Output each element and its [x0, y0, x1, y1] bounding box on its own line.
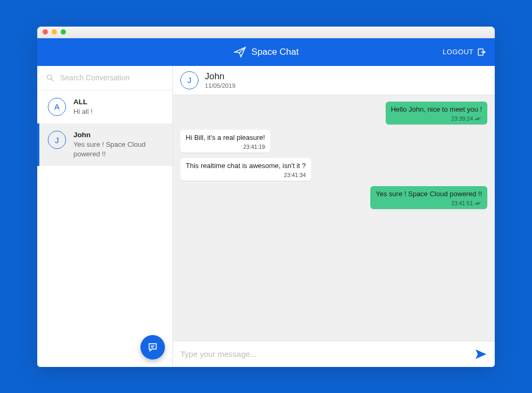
window-close-button[interactable] [43, 29, 48, 35]
message-sent: Hello John, nice to meet you ! 23:39:24 [386, 102, 487, 124]
message-time: 23:39:24 [451, 115, 473, 122]
window-minimize-button[interactable] [52, 29, 57, 35]
send-icon [475, 348, 487, 361]
avatar: J [48, 131, 66, 149]
sidebar: A ALL Hi all ! J John Yes sure ! Space C… [37, 66, 173, 367]
message-time: 23:41:34 [284, 172, 306, 178]
read-receipt-icon [475, 200, 482, 206]
logout-label: LOGOUT [443, 48, 473, 56]
chat-panel: J John 11/05/2019 Hello John, nice to me… [173, 66, 495, 367]
app-window: Space Chat LOGOUT A [37, 27, 495, 367]
chat-date: 11/05/2019 [205, 82, 236, 89]
composer [173, 341, 495, 367]
search-bar [37, 66, 172, 90]
conversation-item[interactable]: A ALL Hi all ! [37, 90, 172, 124]
message-sent: Yes sure ! Space Cloud powered !! 23:41:… [370, 186, 487, 209]
message-meta: 23:39:24 [391, 115, 482, 122]
window-maximize-button[interactable] [61, 29, 66, 35]
avatar: J [180, 71, 198, 89]
logout-button[interactable]: LOGOUT [443, 47, 486, 57]
message-text: Hi Bill, it's a real pleasure! [186, 133, 265, 141]
chat-contact-name: John [205, 71, 236, 82]
message-meta: 23:41:51 [376, 200, 482, 206]
avatar: A [48, 98, 66, 116]
chat-icon [147, 342, 158, 353]
messages-list: Hello John, nice to meet you ! 23:39:24 … [173, 95, 495, 341]
conversation-title: John [73, 131, 164, 139]
search-icon [46, 73, 55, 82]
message-text: Yes sure ! Space Cloud powered !! [376, 190, 482, 198]
paper-plane-icon [234, 46, 246, 58]
message-meta: 23:41:34 [186, 172, 306, 178]
chat-header: J John 11/05/2019 [173, 66, 495, 95]
conversation-preview: Hi all ! [73, 107, 93, 116]
search-input[interactable] [60, 73, 164, 82]
svg-point-1 [47, 74, 52, 79]
app-body: A ALL Hi all ! J John Yes sure ! Space C… [37, 66, 495, 367]
app-brand: Space Chat [234, 46, 299, 58]
app-bar: Space Chat LOGOUT [37, 38, 495, 66]
conversation-item[interactable]: J John Yes sure ! Space Cloud powered !! [37, 123, 172, 166]
message-time: 23:41:19 [243, 144, 265, 150]
conversation-preview: Yes sure ! Space Cloud powered !! [73, 140, 164, 158]
app-title: Space Chat [252, 47, 299, 57]
message-text: This realtime chat is awesome, isn't it … [186, 162, 306, 170]
message-meta: 23:41:19 [186, 144, 265, 150]
conversation-title: ALL [73, 98, 93, 106]
read-receipt-icon [475, 116, 482, 121]
window-titlebar [37, 27, 495, 38]
message-text: Hello John, nice to meet you ! [391, 105, 482, 113]
conversation-list: A ALL Hi all ! J John Yes sure ! Space C… [37, 90, 172, 367]
new-chat-button[interactable] [140, 335, 165, 359]
message-time: 23:41:51 [451, 200, 473, 206]
message-received: This realtime chat is awesome, isn't it … [180, 158, 311, 181]
message-received: Hi Bill, it's a real pleasure! 23:41:19 [180, 130, 270, 153]
composer-input[interactable] [180, 349, 468, 358]
logout-icon [477, 47, 486, 57]
send-button[interactable] [475, 348, 487, 361]
